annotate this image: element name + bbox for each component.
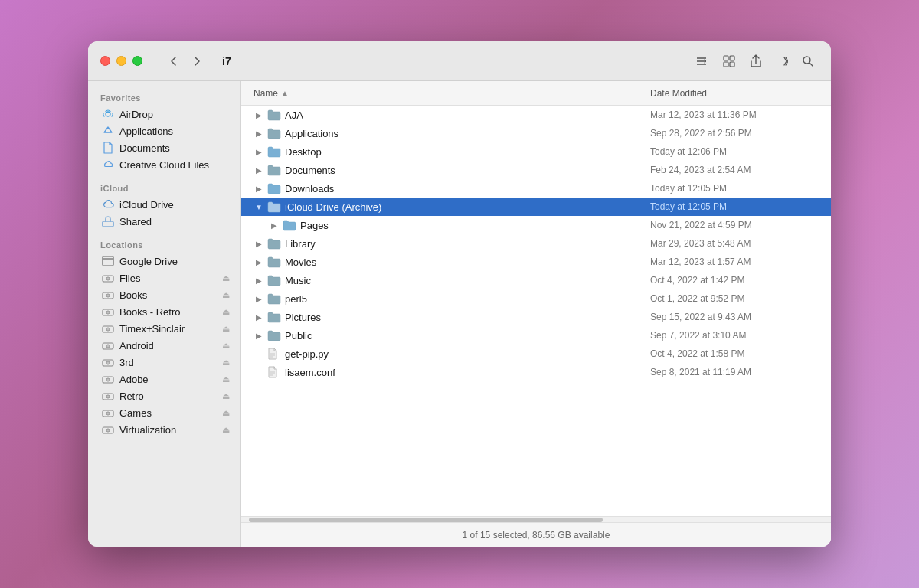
table-row[interactable]: ▶ Documents Feb 24, 2023 at 2:54 AM: [241, 161, 831, 179]
file-date: Mar 29, 2023 at 5:48 AM: [650, 238, 819, 249]
sidebar-item-timex-sinclair[interactable]: Timex+Sinclair ⏏: [91, 320, 237, 337]
sidebar-item-creative-cloud[interactable]: Creative Cloud Files: [91, 156, 237, 173]
titlebar: i7: [88, 41, 831, 81]
date-column-header[interactable]: Date Modified: [650, 88, 819, 99]
grid-view-button[interactable]: [718, 51, 741, 71]
sidebar-item-retro[interactable]: Retro ⏏: [91, 387, 237, 404]
svg-point-33: [107, 379, 109, 381]
search-button[interactable]: [797, 52, 819, 70]
sidebar-item-adobe[interactable]: Adobe ⏏: [91, 371, 237, 387]
expand-icon[interactable]: ▶: [253, 109, 264, 120]
eject-icon[interactable]: ⏏: [222, 307, 230, 317]
cc-icon: [102, 158, 114, 171]
table-row[interactable]: ▶ Movies Mar 12, 2023 at 1:57 AM: [241, 253, 831, 271]
sidebar-item-3rd[interactable]: 3rd ⏏: [91, 354, 237, 371]
scrollbar-thumb[interactable]: [249, 518, 603, 522]
table-row[interactable]: ▼ iCloud Drive (Archive) Today at 12:05 …: [241, 198, 831, 216]
eject-icon[interactable]: ⏏: [222, 425, 230, 435]
sidebar-item-games[interactable]: Games ⏏: [91, 404, 237, 421]
expand-icon[interactable]: ▶: [253, 256, 264, 267]
file-name: Library: [285, 238, 650, 250]
drive-icon: [102, 272, 114, 284]
table-row[interactable]: ▶ lisaem.conf Sep 8, 2021 at 11:19 AM: [241, 363, 831, 381]
eject-icon[interactable]: ⏏: [222, 391, 230, 401]
file-date: Oct 1, 2022 at 9:52 PM: [650, 293, 819, 304]
eject-icon[interactable]: ⏏: [222, 358, 230, 368]
share-button[interactable]: [745, 51, 767, 71]
name-column-header[interactable]: Name ▲: [253, 88, 650, 99]
sidebar-item-files[interactable]: Files ⏏: [91, 270, 237, 286]
svg-point-9: [106, 112, 110, 116]
forward-button[interactable]: [187, 53, 207, 70]
more-button[interactable]: [771, 53, 793, 70]
table-row[interactable]: ▶ Applications Sep 28, 2022 at 2:56 PM: [241, 124, 831, 142]
table-row[interactable]: ▶ Library Mar 29, 2023 at 5:48 AM: [241, 234, 831, 253]
folder-icon: [283, 219, 296, 231]
expand-icon[interactable]: ▶: [253, 312, 264, 322]
file-name: Movies: [285, 256, 650, 268]
sidebar-item-books[interactable]: Books ⏏: [91, 286, 237, 303]
expand-icon[interactable]: ▼: [253, 201, 264, 212]
folder-icon: [267, 292, 281, 305]
table-row[interactable]: ▶ Pages Nov 21, 2022 at 4:59 PM: [241, 216, 831, 234]
sidebar: Favorites AirDrop Applications: [88, 81, 241, 547]
folder-icon: [267, 311, 281, 323]
file-date: Feb 24, 2023 at 2:54 AM: [650, 165, 819, 175]
expand-icon[interactable]: ▶: [253, 238, 264, 249]
table-row[interactable]: ▶ AJA Mar 12, 2023 at 11:36 PM: [241, 106, 831, 124]
maximize-button[interactable]: [132, 56, 142, 66]
drive-icon: [102, 356, 114, 368]
sidebar-item-android[interactable]: Android ⏏: [91, 337, 237, 354]
sidebar-item-google-drive[interactable]: Google Drive: [91, 253, 237, 270]
sidebar-item-books-retro[interactable]: Books - Retro ⏏: [91, 303, 237, 320]
table-row[interactable]: ▶ perl5 Oct 1, 2022 at 9:52 PM: [241, 289, 831, 308]
expand-icon[interactable]: ▶: [253, 275, 264, 286]
file-date: Today at 12:05 PM: [650, 183, 819, 194]
expand-icon[interactable]: ▶: [269, 220, 280, 230]
back-button[interactable]: [164, 53, 184, 70]
file-name: get-pip.py: [285, 348, 650, 360]
file-date: Sep 28, 2022 at 2:56 PM: [650, 128, 819, 139]
column-headers: Name ▲ Date Modified: [241, 81, 831, 106]
sidebar-item-label: Adobe: [119, 374, 149, 385]
expand-icon[interactable]: ▶: [253, 128, 264, 139]
sidebar-item-airdrop[interactable]: AirDrop: [91, 106, 237, 122]
sidebar-item-label: Creative Cloud Files: [119, 159, 209, 171]
svg-rect-11: [103, 256, 113, 266]
sidebar-item-documents[interactable]: Documents: [91, 139, 237, 156]
file-name: Desktop: [285, 146, 650, 158]
eject-icon[interactable]: ⏏: [222, 408, 230, 418]
close-button[interactable]: [100, 56, 110, 66]
expand-icon[interactable]: ▶: [253, 146, 264, 157]
file-date: Mar 12, 2023 at 1:57 AM: [650, 256, 819, 267]
eject-icon[interactable]: ⏏: [222, 341, 230, 351]
list-view-button[interactable]: [690, 51, 713, 71]
eject-icon[interactable]: ⏏: [222, 374, 230, 384]
sidebar-item-label: Games: [119, 407, 152, 419]
minimize-button[interactable]: [116, 56, 126, 66]
table-row[interactable]: ▶ Pictures Sep 15, 2022 at 9:43 AM: [241, 308, 831, 326]
table-row[interactable]: ▶ Desktop Today at 12:06 PM: [241, 142, 831, 161]
expand-icon[interactable]: ▶: [253, 330, 264, 341]
table-row[interactable]: ▶ get-pip.py Oct 4, 2022 at 1:58 PM: [241, 345, 831, 363]
table-row[interactable]: ▶ Downloads Today at 12:05 PM: [241, 179, 831, 198]
sidebar-item-icloud-drive[interactable]: iCloud Drive: [91, 196, 237, 213]
drive-icon: [102, 390, 114, 402]
eject-icon[interactable]: ⏏: [222, 290, 230, 300]
eject-icon[interactable]: ⏏: [222, 324, 230, 334]
sidebar-item-shared[interactable]: Shared: [91, 213, 237, 230]
sidebar-item-label: Virtualization: [119, 424, 176, 436]
table-row[interactable]: ▶ Music Oct 4, 2022 at 1:42 PM: [241, 271, 831, 289]
svg-point-21: [107, 312, 109, 313]
sidebar-item-virtualization[interactable]: Virtualization ⏏: [91, 421, 237, 438]
eject-icon[interactable]: ⏏: [222, 273, 230, 283]
file-date: Sep 7, 2022 at 3:10 AM: [650, 330, 819, 341]
sidebar-item-applications[interactable]: Applications: [91, 122, 237, 139]
table-row[interactable]: ▶ Public Sep 7, 2022 at 3:10 AM: [241, 326, 831, 345]
file-date: Sep 8, 2021 at 11:19 AM: [650, 367, 819, 377]
expand-icon[interactable]: ▶: [253, 165, 264, 175]
expand-icon[interactable]: ▶: [253, 293, 264, 304]
horizontal-scrollbar[interactable]: [241, 516, 831, 522]
main-panel: Name ▲ Date Modified ▶ AJA Mar 12, 2023 …: [241, 81, 831, 547]
expand-icon[interactable]: ▶: [253, 183, 264, 194]
